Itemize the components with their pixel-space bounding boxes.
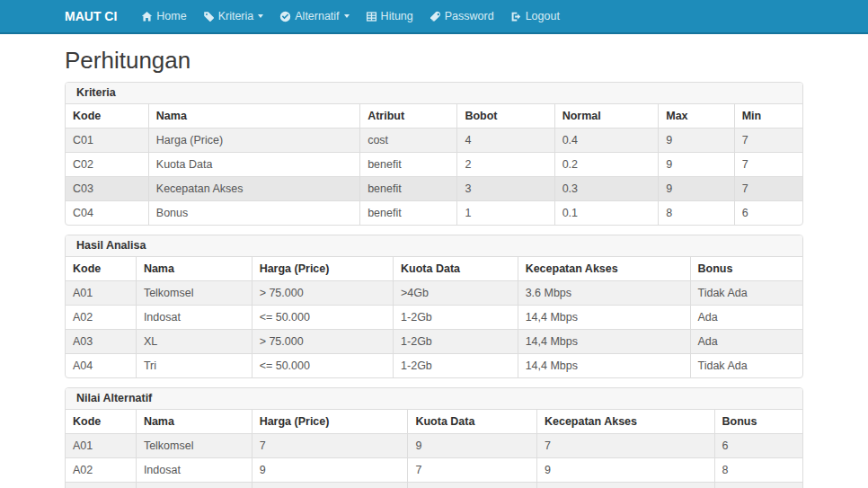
column-header: Kuota Data [407, 410, 536, 433]
table-cell: 4 [456, 128, 554, 152]
column-header: Kode [66, 104, 148, 128]
table-cell: Ada [690, 329, 802, 353]
table-cell: 14,4 Mbps [518, 329, 690, 353]
caret-down-icon [258, 14, 263, 18]
table-cell: 0.4 [554, 128, 659, 152]
column-header: Atribut [359, 104, 456, 128]
table-row: C04Bonusbenefit10.186 [66, 200, 802, 225]
table-cell: A03 [66, 482, 136, 488]
table-cell: 9 [536, 457, 714, 482]
table-cell: 1 [456, 200, 554, 225]
table-row: A04Tri<= 50.0001-2Gb14,4 MbpsTidak Ada [66, 353, 802, 377]
table-cell: 7 [734, 152, 802, 176]
table-cell: cost [359, 128, 456, 152]
column-header: Harga (Price) [252, 410, 408, 433]
table-header-row: KodeNamaHarga (Price)Kuota DataKecepatan… [66, 410, 802, 433]
table-row: A01Telkomsel7976 [66, 433, 802, 457]
table-cell: > 75.000 [252, 329, 393, 353]
column-header: Bonus [690, 257, 802, 280]
table-cell: A01 [66, 433, 136, 457]
tags-icon [203, 11, 215, 22]
table-cell: 7 [536, 433, 714, 457]
table-cell: 6 [734, 200, 802, 225]
table-row: C01Harga (Price)cost40.497 [66, 128, 802, 152]
table-header-row: KodeNamaAtributBobotNormalMaxMin [66, 104, 802, 128]
table-cell: 8 [714, 482, 802, 488]
table-cell: 7 [252, 433, 408, 457]
table-cell: Indosat [136, 457, 252, 482]
table-cell: <= 50.000 [252, 305, 393, 329]
table-cell: 0.2 [554, 152, 659, 176]
page-title: Perhitungan [65, 47, 803, 74]
table-cell: C02 [66, 152, 148, 176]
nav-item-label: Hitung [381, 10, 413, 22]
table-cell: 14,4 Mbps [518, 305, 690, 329]
sign-out-icon [510, 11, 522, 22]
table-cell: 9 [407, 433, 536, 457]
column-header: Bobot [456, 104, 554, 128]
nav-item-home[interactable]: Home [133, 0, 194, 33]
table-cell: <= 50.000 [252, 353, 393, 377]
table-cell: Indosat [136, 305, 252, 329]
nav-item-label: Logout [526, 10, 560, 22]
table-row: A02Indosat9798 [66, 457, 802, 482]
table-cell: 9 [658, 176, 733, 200]
nav-item-logout[interactable]: Logout [502, 0, 568, 33]
column-header: Kode [66, 410, 136, 433]
nav-item-label: Alternatif [295, 10, 339, 22]
column-header: Kuota Data [393, 257, 518, 280]
table-cell: C03 [66, 176, 148, 200]
column-header: Bonus [714, 410, 802, 433]
table-cell: C04 [66, 200, 148, 225]
table-cell: A04 [66, 353, 136, 377]
caret-down-icon [344, 14, 350, 18]
panel-nilai-alternatif-heading: Nilai Alternatif [66, 388, 802, 410]
nav-item-kriteria[interactable]: Kriteria [195, 0, 272, 33]
table-cell: 8 [714, 457, 802, 482]
table-cell: 2 [456, 152, 554, 176]
table-cell: 8 [658, 200, 733, 225]
table-cell: 9 [252, 457, 408, 482]
column-header: Harga (Price) [252, 257, 393, 280]
table-cell: 1-2Gb [393, 353, 518, 377]
nilai-alternatif-table: KodeNamaHarga (Price)Kuota DataKecepatan… [66, 410, 802, 488]
kriteria-table: KodeNamaAtributBobotNormalMaxMinC01Harga… [66, 104, 802, 225]
table-cell: 9 [658, 152, 733, 176]
table-cell: Tidak Ada [690, 280, 802, 305]
table-row: A03XL> 75.0001-2Gb14,4 MbpsAda [66, 329, 802, 353]
table-cell: 7 [734, 176, 802, 200]
column-header: Kecepatan Akses [536, 410, 714, 433]
table-icon [366, 11, 377, 22]
table-cell: 1-2Gb [393, 305, 518, 329]
table-cell: >4Gb [393, 280, 518, 305]
table-cell: 6 [714, 433, 802, 457]
home-icon [141, 11, 153, 22]
table-cell: > 75.000 [252, 280, 393, 305]
column-header: Nama [148, 104, 359, 128]
table-cell: Tri [136, 353, 252, 377]
table-cell: A01 [66, 280, 136, 305]
table-cell: Kecepatan Akses [148, 176, 359, 200]
panel-kriteria: Kriteria KodeNamaAtributBobotNormalMaxMi… [65, 82, 803, 226]
table-cell: 3.6 Mbps [518, 280, 690, 305]
table-cell: A03 [66, 329, 136, 353]
nav-item-password[interactable]: Password [421, 0, 502, 33]
nav-item-label: Kriteria [218, 10, 254, 22]
table-cell: XL [136, 329, 252, 353]
table-cell: 7 [734, 128, 802, 152]
brand-link[interactable]: MAUT CI [65, 9, 117, 23]
table-cell: Telkomsel [136, 433, 252, 457]
table-cell: Harga (Price) [148, 128, 359, 152]
column-header: Nama [136, 410, 252, 433]
nav-item-label: Home [156, 10, 186, 22]
nav-item-hitung[interactable]: Hitung [358, 0, 421, 33]
column-header: Max [658, 104, 733, 128]
table-row: A01Telkomsel> 75.000>4Gb3.6 MbpsTidak Ad… [66, 280, 802, 305]
nav-item-alternatif[interactable]: Alternatif [271, 0, 357, 33]
panel-hasil-analisa-heading: Hasil Analisa [66, 235, 802, 257]
table-header-row: KodeNamaHarga (Price)Kuota DataKecepatan… [66, 257, 802, 280]
table-cell: Tidak Ada [690, 353, 802, 377]
table-cell: Bonus [148, 200, 359, 225]
table-cell: 7 [252, 482, 408, 488]
table-cell: 0.1 [554, 200, 659, 225]
